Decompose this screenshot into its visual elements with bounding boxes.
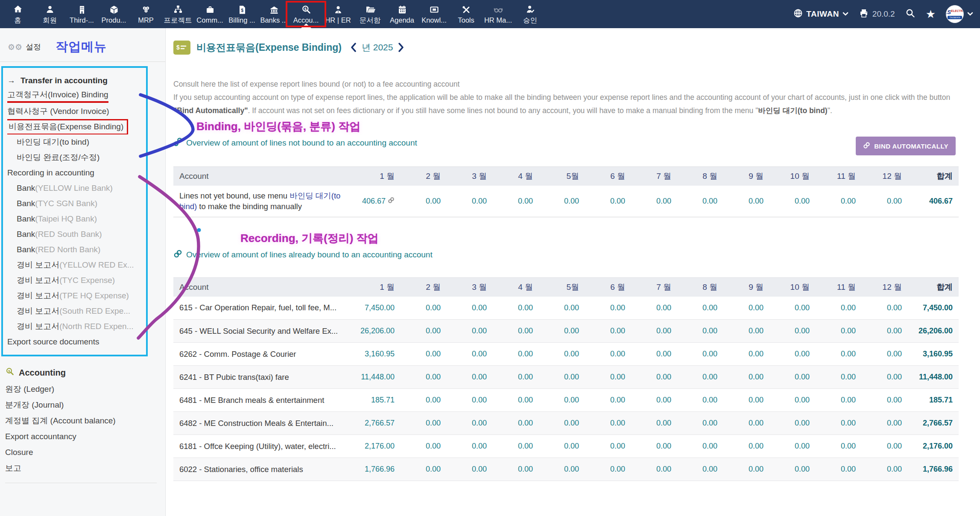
sidebar-item-12[interactable]: 경비 보고서 (YELLOW RED Ex... [7,257,144,273]
column-header-month: 7 월 [631,167,677,186]
nav-item-hr-management[interactable]: HR Ma... [482,0,514,28]
sidebar-item-10[interactable]: Bank (RED South Bank) [7,227,144,242]
overview-already-bound-link[interactable]: Overview of amount of lines already boun… [173,249,433,260]
expense-binding-icon: $ [173,41,190,55]
nav-item-tools[interactable]: Tools [450,0,482,28]
table-row: Lines not yet bound, use menu 바인딩 대기(to … [173,186,959,217]
sidebar-item-6[interactable]: Recording in accounting [7,165,144,181]
nav-item-accountancy[interactable]: $Accou... [290,0,322,28]
amount-cell: 0.00 [447,366,493,389]
project-icon [173,3,183,15]
region-selector[interactable]: TAIWAN [793,9,848,20]
amount-cell: 0.00 [539,412,585,435]
account-cell: 615 - Car Operation Repair, fuel, toll f… [173,297,354,320]
previous-year-button[interactable] [350,43,357,52]
sidebar-item-16[interactable]: 경비 보고서 (North RED Expen... [7,319,144,334]
amount-cell: 0.00 [585,458,631,481]
table-row: 6181 - Offce Keeping (Utility), water, e… [173,435,959,458]
accounting-item-3[interactable]: Export accountancy [5,429,165,444]
arrow-right-icon: → [7,76,15,85]
bookmark-star-icon[interactable]: ★ [926,9,936,20]
sidebar-item-label-annotated: 고객청구서(Invoice) Binding [7,89,108,103]
work-menu: →Transfer in accounting고객청구서(Invoice) Bi… [1,66,148,356]
amount-cell: 0.00 [493,343,539,366]
nav-item-agenda[interactable]: Agenda [386,0,418,28]
search-icon[interactable] [905,8,916,20]
amount-cell: 0.00 [723,297,769,320]
amount-cell: 0.00 [447,320,493,343]
sidebar-item-2[interactable]: 협력사청구 (Vendor Invoice) [7,104,144,119]
amount-cell: 0.00 [631,320,677,343]
amount-cell: 0.00 [677,435,723,458]
link-icon[interactable] [388,197,395,206]
avatar: LSELECTRIC TAIWAN [946,5,964,23]
overview-not-bound-link[interactable]: Overview of amount of lines not bound to… [173,137,417,149]
amount-cell: 0.00 [631,297,677,320]
column-header-month: 3 월 [447,167,493,186]
accounting-item-5[interactable]: 보고 [5,460,165,476]
nav-item-third-parties[interactable]: Third-... [66,0,98,28]
nav-item-products[interactable]: Produ... [98,0,130,28]
amount-cell: 0.00 [539,320,585,343]
sidebar-item-13[interactable]: 경비 보고서 (TYC Expense) [7,273,144,288]
amount-cell: 0.00 [862,366,908,389]
sidebar-item-accounting[interactable]: $ Accounting [5,364,165,381]
amount-cell: 0.00 [677,320,723,343]
nav-item-home[interactable]: 홈 [2,0,34,28]
accounting-item-2[interactable]: 계정별 집계 (Account balance) [5,413,165,429]
column-header-month: 4 월 [493,167,539,186]
billing-icon: $ [237,4,247,15]
nav-item-documents[interactable]: 문서함 [354,0,386,28]
nav-item-label: 회원 [43,16,57,25]
amount-cell: 0.00 [769,343,816,366]
nav-item-knowledge[interactable]: Knowl... [418,0,450,28]
nav-item-members[interactable]: 회원 [34,0,66,28]
sidebar-item-7[interactable]: Bank (YELLOW Line Bank) [7,181,144,196]
nav-item-banks[interactable]: Banks ... [258,0,290,28]
sidebar-item-1[interactable]: 고객청구서(Invoice) Binding [7,88,144,104]
sidebar-item-suffix: (North RED Expen... [59,322,133,331]
sidebar-item-8[interactable]: Bank (TYC SGN Bank) [7,196,144,211]
account-cell: 6241 - BT Pubic trans(taxi) fare [173,366,354,389]
sidebar-item-5[interactable]: 바인딩 완료(조정/수정) [7,150,144,165]
amount-cell: 0.00 [539,186,585,217]
nav-item-commerce[interactable]: Comm... [194,0,226,28]
nav-item-hr-er[interactable]: HR | ER [322,0,354,28]
nav-item-billing[interactable]: $Billing ... [226,0,258,28]
sidebar-item-4[interactable]: 바인딩 대기(to bind) [7,134,144,150]
sidebar-item-9[interactable]: Bank (Taipei HQ Bank) [7,211,144,227]
bind-automatically-button[interactable]: BIND AUTOMATICALLY [856,137,956,155]
amount-cell: 0.00 [816,435,862,458]
print-version[interactable]: 20.0.2 [859,8,895,20]
table-row: 6481 - ME Branch meals & entertainment18… [173,389,959,412]
sidebar-item-3[interactable]: 비용전표묶음(Expense Binding) [7,119,144,134]
amount-cell: 0.00 [816,458,862,481]
sidebar-item-label: 경비 보고서 [17,259,59,271]
column-header-month: 9 월 [723,278,769,297]
nav-item-projects[interactable]: 프로젝트 [162,0,194,28]
sidebar-item-15[interactable]: 경비 보고서 (South RED Expe... [7,303,144,319]
accounting-item-1[interactable]: 분개장 (Journal) [5,397,165,413]
sidebar-item-label: 경비 보고서 [17,290,59,301]
user-menu[interactable]: LSELECTRIC TAIWAN [946,5,973,23]
sidebar-item-11[interactable]: Bank (RED North Bank) [7,242,144,257]
nav-item-mrp[interactable]: MRP [130,0,162,28]
amount-cell: 0.00 [769,366,816,389]
sidebar-item-14[interactable]: 경비 보고서 (TPE HQ Expense) [7,288,144,303]
nav-item-approval[interactable]: 승인 [514,0,546,28]
next-year-button[interactable] [398,43,404,52]
sidebar-item-17[interactable]: Export source documents [7,334,144,350]
accounting-item-4[interactable]: Closure [5,444,165,460]
amount-cell: 0.00 [677,343,723,366]
accounting-item-0[interactable]: 원장 (Ledger) [5,381,165,397]
sidebar-item-0[interactable]: →Transfer in accounting [7,73,144,88]
region-label: TAIWAN [806,9,839,19]
sidebar-item-label: Bank [17,230,35,239]
accounting-search-icon: $ [5,367,15,379]
table-row: 6241 - BT Pubic trans(taxi) fare11,448.0… [173,366,959,389]
sidebar-item-label: 바인딩 대기(to bind) [17,137,89,148]
column-header-total: 합계 [908,278,959,297]
settings-link[interactable]: ⚙⚙ 설정 [8,42,41,52]
amount-cell: 0.00 [539,297,585,320]
column-header-month: 4 월 [493,278,539,297]
